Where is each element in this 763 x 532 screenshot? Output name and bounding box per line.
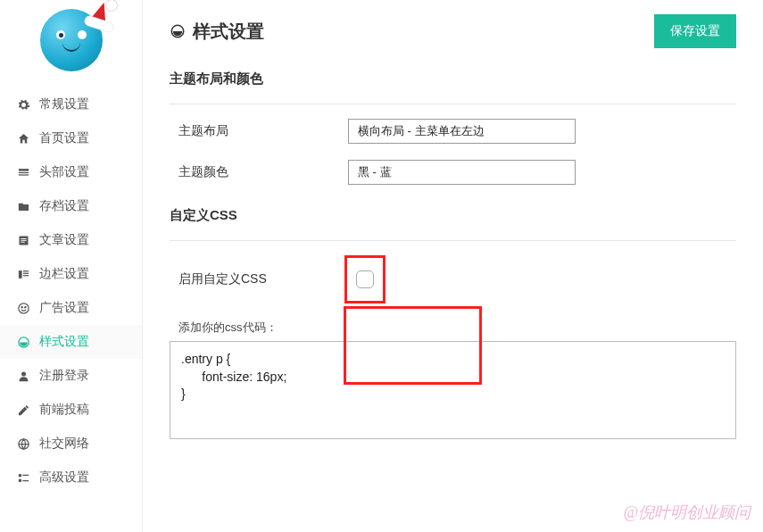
svg-rect-0 [18,169,28,171]
svg-rect-4 [21,238,26,239]
svg-rect-10 [22,275,28,276]
layout-select[interactable]: 横向布局 - 主菜单在左边 [348,119,576,144]
svg-point-13 [24,306,25,307]
svg-rect-8 [22,270,28,271]
sidebar-item-style[interactable]: 样式设置 [0,325,142,359]
svg-rect-9 [22,272,28,273]
sidebar-item-post[interactable]: 前端投稿 [0,393,142,427]
globe-icon [16,437,30,451]
sidebar-item-gear[interactable]: 常规设置 [0,87,142,121]
enable-css-label: 启用自定义CSS [170,271,348,287]
divider [170,104,736,104]
sidebar-item-label: 前端投稿 [39,402,89,418]
archive-icon [16,200,30,213]
style-icon [16,336,30,349]
sidebar-item-user[interactable]: 注册登录 [0,359,142,393]
sidebar-item-sidebar[interactable]: 边栏设置 [0,257,142,291]
header-icon [16,166,30,179]
main-content: 样式设置 保存设置 主题布局和颜色 主题布局 横向布局 - 主菜单在左边 主题颜… [143,0,763,532]
sidebar: 常规设置首页设置头部设置存档设置文章设置边栏设置广告设置样式设置注册登录前端投稿… [0,0,143,532]
section-title-layout: 主题布局和颜色 [170,71,736,87]
svg-rect-1 [18,171,28,172]
sidebar-item-label: 高级设置 [39,470,89,486]
css-code-textarea[interactable] [170,341,736,439]
sidebar-item-label: 存档设置 [39,198,89,214]
sidebar-icon [16,268,30,281]
svg-point-12 [21,306,22,307]
svg-rect-17 [18,474,21,477]
user-icon [16,370,30,383]
gear-icon [16,98,30,112]
sidebar-item-label: 广告设置 [39,300,89,316]
sidebar-item-archive[interactable]: 存档设置 [0,189,142,223]
sidebar-item-label: 社交网络 [39,436,89,452]
sidebar-item-globe[interactable]: 社交网络 [0,427,142,461]
svg-point-11 [18,303,28,312]
color-select[interactable]: 黑 - 蓝 [348,160,576,185]
section-custom-css: 自定义CSS 启用自定义CSS 添加你的css代码： [170,207,736,442]
svg-rect-6 [21,241,24,242]
color-label: 主题颜色 [170,164,348,180]
svg-rect-18 [18,478,21,481]
svg-rect-2 [18,174,28,175]
watermark: @倪叶明创业顾问 [623,502,751,523]
svg-rect-20 [22,480,29,481]
divider [170,240,736,241]
style-icon [170,23,186,39]
sidebar-item-label: 边栏设置 [39,266,89,282]
sidebar-item-label: 常规设置 [39,96,89,112]
sidebar-nav: 常规设置首页设置头部设置存档设置文章设置边栏设置广告设置样式设置注册登录前端投稿… [0,87,142,495]
section-title-css: 自定义CSS [170,207,736,224]
sidebar-item-label: 注册登录 [39,368,89,384]
svg-rect-5 [21,239,26,240]
page-title: 样式设置 [170,20,264,44]
sidebar-item-label: 文章设置 [39,232,89,248]
sidebar-item-ad[interactable]: 广告设置 [0,291,142,325]
color-select-value: 黑 - 蓝 [358,164,392,180]
css-code-label: 添加你的css代码： [170,320,736,336]
enable-css-checkbox[interactable] [356,270,374,288]
sidebar-item-label: 首页设置 [39,130,89,146]
sidebar-item-article[interactable]: 文章设置 [0,223,142,257]
save-button[interactable]: 保存设置 [654,14,736,48]
post-icon [16,403,30,417]
svg-rect-7 [18,270,21,278]
avatar-block [0,9,142,87]
highlight-checkbox-box [344,255,386,303]
advanced-icon [16,471,30,485]
home-icon [16,132,30,145]
ad-icon [16,302,30,315]
layout-select-value: 横向布局 - 主菜单在左边 [358,123,485,139]
svg-rect-19 [22,474,29,475]
sidebar-item-label: 头部设置 [39,164,89,180]
sidebar-item-label: 样式设置 [39,334,89,350]
sidebar-item-home[interactable]: 首页设置 [0,121,142,155]
section-theme-layout: 主题布局和颜色 主题布局 横向布局 - 主菜单在左边 主题颜色 黑 - 蓝 [170,71,736,185]
sidebar-item-advanced[interactable]: 高级设置 [0,461,142,495]
page-title-text: 样式设置 [193,20,264,44]
article-icon [16,234,30,247]
svg-point-15 [21,371,26,376]
sidebar-item-header[interactable]: 头部设置 [0,155,142,189]
layout-label: 主题布局 [170,123,348,139]
